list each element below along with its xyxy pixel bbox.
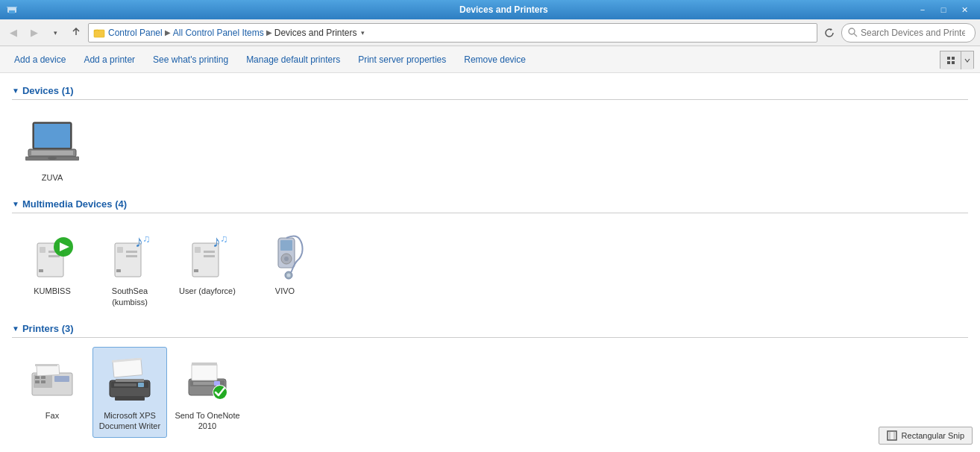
svg-point-40 [284, 257, 289, 261]
svg-rect-25 [126, 251, 137, 253]
svg-rect-19 [48, 255, 60, 257]
svg-point-42 [287, 273, 291, 277]
device-southsea[interactable]: ♪ ♫ SouthSea (kumbiss) [92, 222, 167, 314]
device-zuva[interactable]: ZUVA [15, 109, 89, 189]
multimedia-toggle[interactable]: ▼ [12, 200, 19, 208]
snip-badge: Rectangular Snip [879, 427, 973, 445]
devices-toggle[interactable]: ▼ [12, 87, 19, 95]
add-device-button[interactable]: Add a device [6, 49, 74, 70]
dropdown-button[interactable]: ▾ [46, 24, 64, 42]
breadcrumb-control-panel[interactable]: Control Panel [108, 28, 163, 38]
printers-section-header: ▼ Printers (3) [12, 323, 968, 338]
breadcrumb-all-items[interactable]: All Control Panel Items [173, 28, 264, 38]
xps-icon [103, 354, 157, 407]
svg-rect-13 [31, 151, 73, 155]
search-box[interactable] [841, 23, 976, 43]
snip-label: Rectangular Snip [902, 431, 964, 440]
device-fax[interactable]: Fax [15, 347, 89, 439]
devices-section-header: ▼ Devices (1) [12, 85, 968, 100]
svg-rect-2 [7, 7, 17, 7]
svg-rect-68 [888, 431, 896, 440]
svg-rect-8 [947, 61, 950, 64]
window-title: Devices and Printers [459, 4, 548, 15]
multimedia-section-header: ▼ Multimedia Devices (4) [12, 198, 968, 213]
content-area: ▼ Devices (1) ZUVA ▼ [0, 73, 980, 452]
user-dayforce-icon: ♪ ♫ [180, 229, 234, 283]
toolbar: Add a device Add a printer See what's pr… [0, 46, 980, 73]
device-user-dayforce[interactable]: ♪ ♫ User (dayforce) [170, 222, 245, 314]
southsea-icon: ♪ ♫ [103, 229, 157, 283]
devices-label: Devices (1) [22, 85, 74, 96]
close-button[interactable]: ✕ [955, 2, 974, 17]
window-icon [6, 4, 18, 16]
breadcrumb-bar: Control Panel ▶ All Control Panel Items … [88, 23, 817, 43]
svg-rect-26 [126, 255, 137, 257]
kumbiss-label: KUMBISS [34, 286, 71, 296]
svg-rect-49 [54, 376, 69, 382]
refresh-button[interactable] [820, 24, 838, 42]
svg-rect-27 [116, 269, 121, 272]
svg-rect-6 [947, 57, 950, 60]
svg-text:♫: ♫ [142, 233, 151, 245]
svg-rect-59 [115, 397, 145, 401]
svg-rect-47 [41, 376, 45, 379]
print-server-button[interactable]: Print server properties [350, 49, 454, 70]
add-printer-button[interactable]: Add a printer [75, 49, 143, 70]
svg-rect-31 [195, 247, 201, 253]
svg-point-4 [849, 28, 855, 34]
svg-rect-58 [116, 379, 144, 382]
svg-text:♫: ♫ [220, 233, 228, 245]
address-bar: ◀ ▶ ▾ Control Panel ▶ All Control Panel … [0, 19, 980, 46]
fax-icon [25, 354, 79, 407]
svg-rect-7 [952, 57, 955, 60]
fax-label: Fax [45, 410, 59, 421]
printers-toggle[interactable]: ▼ [12, 324, 19, 333]
svg-point-15 [48, 157, 57, 160]
search-input[interactable] [861, 28, 965, 38]
search-icon [848, 28, 858, 37]
svg-rect-11 [34, 124, 70, 148]
minimize-button[interactable]: − [913, 2, 932, 17]
svg-rect-65 [192, 362, 217, 365]
svg-rect-17 [40, 247, 45, 253]
breadcrumb-current: Devices and Printers [274, 28, 357, 38]
up-button[interactable] [67, 24, 85, 42]
device-xps[interactable]: Microsoft XPS Document Writer [92, 347, 167, 439]
svg-rect-56 [114, 383, 136, 386]
svg-rect-20 [39, 269, 43, 272]
device-onenote[interactable]: Send To OneNote 2010 [170, 347, 245, 439]
svg-rect-48 [41, 380, 45, 383]
device-vivo[interactable]: VIVO [248, 222, 322, 314]
onenote-label: Send To OneNote 2010 [174, 410, 241, 432]
multimedia-label: Multimedia Devices (4) [22, 198, 127, 210]
kumbiss-icon [25, 229, 79, 283]
svg-rect-51 [35, 364, 57, 366]
remove-device-button[interactable]: Remove device [456, 49, 534, 70]
multimedia-grid: KUMBISS ♪ ♫ SouthSea (kumbiss) [12, 219, 968, 317]
svg-rect-24 [117, 247, 123, 253]
svg-rect-46 [35, 380, 40, 383]
zuva-icon [25, 116, 79, 169]
folder-icon [93, 27, 105, 39]
svg-rect-33 [204, 255, 215, 257]
view-button[interactable] [940, 51, 961, 69]
view-dropdown-button[interactable] [961, 51, 973, 69]
back-button[interactable]: ◀ [4, 24, 22, 42]
svg-rect-57 [138, 383, 144, 387]
see-whats-printing-button[interactable]: See what's printing [145, 49, 236, 70]
forward-button[interactable]: ▶ [25, 24, 43, 42]
svg-rect-1 [9, 10, 15, 13]
vivo-label: VIVO [275, 286, 295, 296]
printers-grid: Fax [12, 344, 968, 442]
manage-default-button[interactable]: Manage default printers [238, 49, 348, 70]
svg-line-5 [854, 34, 857, 37]
maximize-button[interactable]: □ [934, 2, 953, 17]
zuva-label: ZUVA [42, 172, 63, 183]
vivo-icon [258, 229, 312, 283]
devices-grid: ZUVA [12, 106, 968, 192]
svg-rect-9 [952, 61, 955, 64]
snip-icon [887, 430, 897, 441]
breadcrumb-dropdown[interactable]: ▾ [357, 23, 369, 43]
device-kumbiss[interactable]: KUMBISS [15, 222, 89, 314]
title-bar: Devices and Printers − □ ✕ [0, 0, 980, 19]
